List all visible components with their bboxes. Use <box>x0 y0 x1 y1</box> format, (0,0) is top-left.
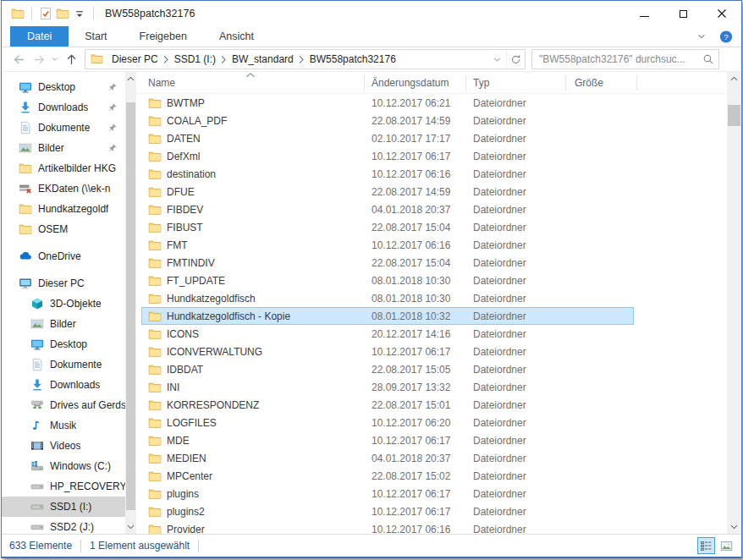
ribbon-tab[interactable]: Start <box>69 26 123 47</box>
minimize-button[interactable] <box>625 1 663 26</box>
sidebar-item[interactable]: HP_RECOVERY ( <box>2 476 125 497</box>
sidebar-scrollbar[interactable] <box>125 72 136 534</box>
file-row[interactable]: FIBDEV 04.01.2018 20:37 Dateiordner <box>136 200 727 218</box>
file-modified-date: 10.12.2017 06:17 <box>365 343 466 360</box>
collapse-ribbon-icon[interactable] <box>695 30 708 43</box>
file-row[interactable]: Hundkatzegoldfisch 08.01.2018 10:30 Date… <box>136 289 727 307</box>
address-dropdown-button[interactable] <box>487 50 506 69</box>
file-row[interactable]: FT_UPDATE 08.01.2018 10:30 Dateiordner <box>136 272 727 289</box>
sidebar-item[interactable]: Dieser PC <box>2 273 125 294</box>
sidebar-item[interactable]: Hundkatzegoldf <box>2 199 125 219</box>
refresh-icon[interactable] <box>506 50 525 69</box>
file-name: DefXml <box>167 151 200 162</box>
breadcrumb-item[interactable]: BW558patch32176 <box>305 50 400 69</box>
file-modified-date: 22.08.2017 14:59 <box>365 183 466 200</box>
file-size <box>566 449 637 467</box>
file-modified-date: 10.12.2017 06:16 <box>365 165 466 183</box>
file-row[interactable]: INI 28.09.2017 13:32 Dateiordner <box>136 378 727 396</box>
network-drive-icon <box>30 398 44 412</box>
file-size <box>566 147 637 165</box>
customize-quick-access-button[interactable] <box>71 5 88 22</box>
file-row[interactable]: plugins2 10.12.2017 06:17 Dateiordner <box>136 502 727 520</box>
file-modified-date: 22.08.2017 15:02 <box>365 467 466 485</box>
sidebar-item[interactable]: Dokumente <box>2 354 125 375</box>
file-row[interactable]: destination 10.12.2017 06:16 Dateiordner <box>136 165 727 183</box>
scroll-up-icon[interactable] <box>727 72 741 85</box>
list-scrollbar[interactable] <box>727 72 741 534</box>
sidebar-item[interactable]: OSEM <box>2 219 125 239</box>
file-row[interactable]: DATEN 02.10.2017 17:17 Dateiordner <box>136 129 727 147</box>
search-input[interactable] <box>532 53 698 65</box>
back-button[interactable] <box>8 49 29 69</box>
file-row[interactable]: LOGFILES 10.12.2017 06:20 Dateiordner <box>136 414 727 431</box>
file-name: KORRESPONDENZ <box>167 399 259 411</box>
breadcrumb-item[interactable]: SSD1 (I:) <box>170 50 228 69</box>
file-row[interactable]: Provider 10.12.2017 06:16 Dateiordner <box>136 520 727 534</box>
maximize-button[interactable] <box>663 1 702 26</box>
column-header-modified[interactable]: Änderungsdatum <box>365 75 466 91</box>
column-header-type[interactable]: Typ <box>466 75 566 91</box>
file-row[interactable]: ICONVERWALTUNG 10.12.2017 06:17 Dateiord… <box>136 343 727 360</box>
thumbnails-view-button[interactable] <box>718 537 735 554</box>
file-name: ICONVERWALTUNG <box>167 346 262 358</box>
scroll-down-icon[interactable] <box>727 520 741 534</box>
ribbon-tab[interactable]: Ansicht <box>203 26 270 47</box>
file-row[interactable]: FMTINDIV 22.08.2017 15:04 Dateiordner <box>136 254 727 272</box>
file-row[interactable]: KORRESPONDENZ 22.08.2017 15:01 Dateiordn… <box>136 396 727 414</box>
help-icon[interactable]: ? <box>719 30 733 43</box>
sidebar-item[interactable]: Videos <box>2 436 125 456</box>
file-row[interactable]: FMT 10.12.2017 06:16 Dateiordner <box>136 236 727 254</box>
search-icon[interactable] <box>698 50 718 69</box>
file-row[interactable]: MEDIEN 04.01.2018 20:37 Dateiordner <box>136 449 727 467</box>
file-type: Dateiordner <box>466 449 566 467</box>
file-name: FIBUST <box>167 222 203 233</box>
sidebar-item[interactable]: SSD2 (J:) <box>2 517 125 534</box>
breadcrumb-separator-icon <box>162 55 170 64</box>
forward-button[interactable] <box>29 49 49 69</box>
scroll-down-icon[interactable] <box>125 520 136 534</box>
sidebar-item[interactable]: OneDrive <box>2 246 125 266</box>
close-icon <box>717 8 727 19</box>
sidebar-item[interactable]: Downloads <box>2 375 125 395</box>
properties-button[interactable] <box>37 5 54 22</box>
sidebar-item[interactable]: Bilder <box>2 138 125 158</box>
close-button[interactable] <box>702 1 741 26</box>
breadcrumb-item[interactable]: Dieser PC <box>107 50 170 69</box>
recent-locations-button[interactable] <box>49 49 61 69</box>
sidebar-item[interactable]: 3D-Objekte <box>2 294 125 314</box>
sidebar-item[interactable]: Artikelbilder HKG <box>2 158 125 178</box>
sidebar-item[interactable]: Desktop <box>2 334 125 354</box>
file-row[interactable]: MDE 10.12.2017 06:17 Dateiordner <box>136 431 727 449</box>
sidebar-item[interactable]: Bilder <box>2 314 125 334</box>
sidebar-item[interactable]: Dokumente <box>2 118 125 138</box>
file-row[interactable]: ICONS 20.12.2017 14:16 Dateiordner <box>136 325 727 343</box>
file-row[interactable]: MPCenter 22.08.2017 15:02 Dateiordner <box>136 467 727 485</box>
file-row[interactable]: IDBDAT 22.08.2017 15:05 Dateiordner <box>136 360 727 378</box>
file-name: FMTINDIV <box>167 257 215 269</box>
sidebar-item[interactable]: Drives auf Gerds <box>2 395 125 415</box>
ribbon-tab[interactable]: Datei <box>10 26 69 47</box>
file-row[interactable]: DFUE 22.08.2017 14:59 Dateiordner <box>136 183 727 200</box>
file-row[interactable]: DefXml 10.12.2017 06:17 Dateiordner <box>136 147 727 165</box>
file-row[interactable]: BWTMP 10.12.2017 06:21 Dateiordner <box>136 94 727 112</box>
scrollbar-thumb[interactable] <box>728 105 740 126</box>
sidebar-item[interactable]: EKDaten (\\ek-n <box>2 178 125 199</box>
sidebar-item[interactable]: Desktop <box>2 77 125 97</box>
details-view-button[interactable] <box>697 537 715 554</box>
breadcrumb-item[interactable]: BW_standard <box>228 50 305 69</box>
sidebar-item[interactable]: Windows (C:) <box>2 456 125 476</box>
new-folder-button[interactable] <box>54 5 71 22</box>
address-bar[interactable]: Dieser PC SSD1 (I:) BW_standard BW558pat… <box>85 49 526 69</box>
sidebar-item[interactable]: Musik <box>2 415 125 436</box>
scrollbar-thumb[interactable] <box>126 102 135 510</box>
file-row[interactable]: COALA_PDF 22.08.2017 14:59 Dateiordner <box>136 112 727 129</box>
file-row[interactable]: plugins 10.12.2017 06:17 Dateiordner <box>136 485 727 502</box>
up-button[interactable] <box>61 49 81 69</box>
ribbon-tab[interactable]: Freigeben <box>124 26 203 47</box>
column-header-size[interactable]: Größe <box>566 75 637 91</box>
scroll-up-icon[interactable] <box>125 72 136 85</box>
file-row[interactable]: Hundkatzegoldfisch - Kopie 08.01.2018 10… <box>136 307 727 325</box>
sidebar-item[interactable]: SSD1 (I:) <box>2 497 125 517</box>
sidebar-item[interactable]: Downloads <box>2 97 125 118</box>
file-row[interactable]: FIBUST 22.08.2017 15:04 Dateiordner <box>136 218 727 236</box>
